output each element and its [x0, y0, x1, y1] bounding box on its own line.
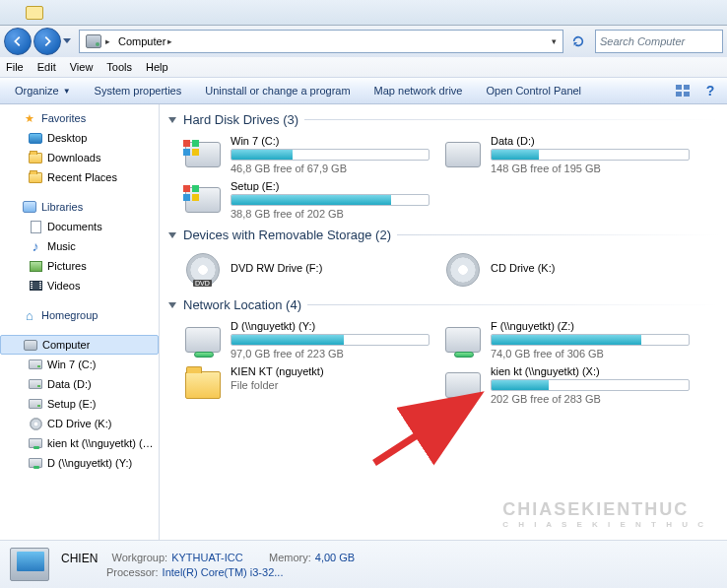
- refresh-icon: [571, 34, 585, 48]
- search-input[interactable]: Search Computer: [595, 30, 723, 53]
- svg-rect-2: [676, 92, 682, 97]
- tree-drive-k[interactable]: CD Drive (K:): [0, 414, 159, 433]
- folder-icon: [185, 371, 221, 399]
- collapse-icon: [167, 300, 177, 310]
- help-button[interactable]: ?: [699, 80, 721, 101]
- folder-icon: [29, 172, 42, 183]
- homegroup-icon: ⌂: [22, 307, 37, 323]
- group-separator: [304, 119, 719, 120]
- drive-item-x[interactable]: kien kt (\\nguyetkt) (X:)202 GB free of …: [441, 363, 692, 407]
- tree-documents[interactable]: Documents: [0, 217, 159, 236]
- menu-help[interactable]: Help: [146, 61, 168, 73]
- menu-edit[interactable]: Edit: [37, 61, 56, 73]
- search-placeholder: Search Computer: [600, 35, 685, 47]
- system-properties-button[interactable]: System properties: [86, 81, 191, 100]
- computer-icon: [24, 340, 37, 351]
- svg-rect-8: [183, 185, 190, 192]
- arrow-left-icon: [11, 34, 25, 48]
- drive-item-d[interactable]: Data (D:)148 GB free of 195 GB: [441, 133, 692, 176]
- tree-drive-y[interactable]: D (\\nguyetkt) (Y:): [0, 453, 159, 473]
- chevron-down-icon: [63, 38, 71, 44]
- forward-button[interactable]: [33, 28, 61, 55]
- details-pane: CHIEN Workgroup: KYTHUAT-ICC Memory: 4,0…: [0, 540, 727, 588]
- svg-rect-1: [684, 85, 690, 90]
- collapse-icon: [167, 115, 177, 125]
- capacity-bar: [491, 379, 690, 391]
- tree-drive-x[interactable]: kien kt (\\nguyetkt) (X:): [0, 433, 159, 453]
- back-button[interactable]: [4, 28, 32, 55]
- group-separator: [307, 304, 719, 305]
- group-header-removable[interactable]: Devices with Removable Storage (2): [167, 228, 719, 242]
- navigation-pane[interactable]: ★Favorites Desktop Downloads Recent Plac…: [0, 104, 160, 540]
- chevron-down-icon: ▾: [552, 36, 557, 46]
- menu-bar: File Edit View Tools Help: [0, 57, 727, 77]
- tree-desktop[interactable]: Desktop: [0, 128, 159, 148]
- drive-item-y[interactable]: D (\\nguyetkt) (Y:)97,0 GB free of 223 G…: [181, 318, 431, 361]
- tree-homegroup[interactable]: ⌂Homegroup: [0, 305, 159, 325]
- network-drive-icon: [29, 438, 42, 448]
- collapse-icon: [167, 230, 177, 240]
- tree-computer[interactable]: Computer: [0, 335, 159, 355]
- uninstall-button[interactable]: Uninstall or change a program: [196, 81, 359, 100]
- command-toolbar: Organize▼ System properties Uninstall or…: [0, 77, 727, 104]
- address-dropdown[interactable]: ▾: [546, 31, 561, 52]
- address-segment-computer[interactable]: Computer ▸: [114, 31, 176, 52]
- chevron-right-icon: ▸: [105, 36, 110, 46]
- address-root-segment[interactable]: ▸: [82, 31, 114, 52]
- capacity-bar: [231, 149, 430, 161]
- view-options-button[interactable]: [672, 80, 694, 101]
- network-drive-icon: [29, 458, 42, 468]
- drive-icon: [445, 142, 481, 167]
- drive-item-folder[interactable]: KIEN KT (nguyetkt)File folder: [181, 363, 431, 407]
- tree-downloads[interactable]: Downloads: [0, 148, 159, 167]
- svg-rect-10: [183, 194, 190, 201]
- tree-libraries[interactable]: Libraries: [0, 197, 159, 217]
- window-titlebar: [0, 0, 727, 26]
- tree-music[interactable]: ♪Music: [0, 236, 159, 256]
- capacity-bar: [231, 334, 430, 346]
- group-separator: [397, 234, 719, 235]
- capacity-bar: [491, 334, 690, 346]
- drive-item-z[interactable]: F (\\nguyetkt) (Z:)74,0 GB free of 306 G…: [441, 318, 692, 361]
- windows-logo-icon: [182, 139, 200, 157]
- svg-rect-11: [192, 194, 199, 201]
- tree-favorites[interactable]: ★Favorites: [0, 108, 159, 128]
- history-dropdown[interactable]: [61, 30, 73, 53]
- cd-icon: [446, 253, 480, 287]
- view-icon: [675, 84, 691, 98]
- music-icon: ♪: [28, 238, 43, 254]
- libraries-icon: [23, 201, 36, 213]
- menu-view[interactable]: View: [70, 61, 94, 73]
- network-drive-icon: [445, 372, 481, 398]
- svg-rect-0: [676, 85, 682, 90]
- dvd-icon: DVD: [186, 253, 220, 287]
- tree-recent-places[interactable]: Recent Places: [0, 167, 159, 187]
- chevron-right-icon: ▸: [167, 36, 172, 46]
- content-pane[interactable]: Hard Disk Drives (3) Win 7 (C:)46,8 GB f…: [160, 104, 727, 540]
- refresh-button[interactable]: [567, 31, 589, 52]
- group-header-hdd[interactable]: Hard Disk Drives (3): [167, 112, 719, 127]
- window-folder-icon: [26, 6, 43, 20]
- address-bar[interactable]: ▸ Computer ▸ ▾: [79, 30, 563, 53]
- tree-drive-d[interactable]: Data (D:): [0, 374, 159, 394]
- tree-drive-e[interactable]: Setup (E:): [0, 394, 159, 414]
- map-drive-button[interactable]: Map network drive: [365, 81, 472, 100]
- control-panel-button[interactable]: Open Control Panel: [477, 81, 590, 100]
- menu-tools[interactable]: Tools: [106, 61, 132, 73]
- navigation-bar: ▸ Computer ▸ ▾ Search Computer: [0, 26, 727, 57]
- organize-button[interactable]: Organize▼: [6, 81, 80, 100]
- pictures-icon: [30, 261, 42, 272]
- group-header-network[interactable]: Network Location (4): [167, 297, 719, 312]
- menu-file[interactable]: File: [6, 61, 24, 73]
- folder-icon: [29, 153, 42, 163]
- drive-icon: [29, 399, 42, 409]
- tree-drive-c[interactable]: Win 7 (C:): [0, 355, 159, 374]
- drive-item-dvd[interactable]: DVD DVD RW Drive (F:): [181, 248, 431, 292]
- tree-pictures[interactable]: Pictures: [0, 256, 159, 276]
- drive-item-c[interactable]: Win 7 (C:)46,8 GB free of 67,9 GB: [181, 133, 431, 176]
- computer-thumbnail-icon: [10, 548, 49, 581]
- tree-videos[interactable]: Videos: [0, 276, 159, 295]
- drive-item-cd[interactable]: CD Drive (K:): [441, 248, 692, 292]
- drive-icon: [29, 359, 42, 369]
- drive-item-e[interactable]: Setup (E:)38,8 GB free of 202 GB: [181, 178, 431, 222]
